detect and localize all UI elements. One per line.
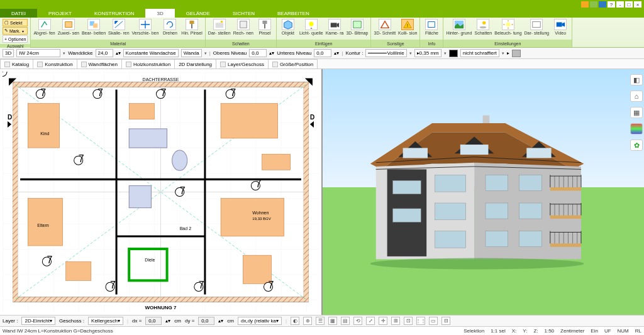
fill-swatch[interactable] (512, 50, 521, 57)
grid-icon[interactable]: ▦ (630, 107, 643, 118)
beleuchtung-button[interactable]: Beleuch- tung (494, 19, 521, 35)
layers-icon[interactable]: ◧ (630, 74, 643, 85)
oberes-input[interactable]: 0,0 (249, 49, 267, 57)
schatten-pinsel-button[interactable]: Pinsel (256, 19, 274, 35)
bearbeiten-button[interactable]: Bear- beiten (82, 19, 106, 35)
tab-groesse[interactable]: Größe/Position (268, 59, 318, 69)
zuweisen-button[interactable]: Zuwei- sen (58, 19, 79, 35)
tool-icon[interactable]: ▦ (328, 317, 337, 325)
svg-point-6 (220, 21, 223, 23)
flaeche-button[interactable]: Fläche (423, 19, 440, 35)
linetype-dropdown[interactable]: Volllinie (365, 49, 406, 57)
hintergrund-button[interactable]: Hinter- grund (446, 19, 472, 35)
tab-datei[interactable]: DATEI (0, 9, 37, 18)
tool-icon[interactable]: ⋮⋮ (416, 317, 425, 325)
palette-icon[interactable] (630, 123, 643, 135)
layer-dropdown[interactable]: 2D-Einricht ▾ (21, 317, 55, 325)
wandart-dropdown[interactable]: Wanda (181, 49, 202, 57)
optionen-button[interactable]: + Optionen (3, 35, 28, 43)
tool-icon[interactable]: ☰ (316, 317, 325, 325)
tree-icon[interactable]: ✿ (630, 140, 643, 151)
darstellen-button[interactable]: Dar- stellen (208, 19, 231, 35)
tool-icon[interactable]: ◐ (291, 317, 299, 325)
mark-button[interactable]: ✎Mark.▾ (3, 27, 28, 35)
skalieren-button[interactable]: Skalie- ren (108, 19, 129, 35)
schatten-einst-button[interactable]: Schatten (474, 19, 492, 35)
abgreifen-button[interactable]: Abgrei- fen (33, 19, 55, 35)
color-swatch[interactable] (449, 50, 458, 57)
hatch-dropdown[interactable]: nicht schraffiert (460, 49, 499, 57)
thickness-dropdown[interactable]: ▸ 0,35 mm (414, 49, 441, 57)
svg-rect-72 (486, 175, 508, 191)
tab-bearbeiten[interactable]: BEARBEITEN (266, 9, 321, 18)
wall-dropdown[interactable]: IW 24cm (16, 49, 60, 57)
furniture-icon[interactable]: ⌂ (630, 91, 643, 102)
coord-mode-dropdown[interactable]: dx,dy (relativ ka ▾ (238, 317, 282, 325)
video-button[interactable]: Video (552, 19, 569, 35)
tab-konstruktion2[interactable]: Konstruktion (33, 59, 77, 69)
svg-text:Kind: Kind (40, 131, 49, 136)
titlebar-btn[interactable] (590, 1, 597, 8)
svg-rect-69 (435, 231, 465, 248)
verschieben-button[interactable]: Verschie- ben (132, 19, 159, 35)
objekt-button[interactable]: Objekt (279, 19, 297, 35)
svg-rect-44 (66, 261, 91, 280)
minimize-button[interactable]: - (616, 1, 624, 8)
tool-icon[interactable]: ✛ (379, 317, 387, 325)
tool-icon[interactable]: ▤ (341, 317, 350, 325)
svg-rect-49 (129, 185, 151, 207)
svg-rect-12 (353, 21, 361, 28)
dy-input[interactable]: 0,0 (198, 317, 214, 325)
pinsel-button[interactable]: Hin. Pinsel (181, 19, 202, 35)
tab-holz[interactable]: Holzkonstruktion (121, 59, 175, 69)
tool-icon[interactable]: ▭ (429, 317, 438, 325)
titlebar-btn[interactable] (581, 1, 589, 8)
kollision-button[interactable]: !Kolli- sion (398, 19, 417, 35)
wanddicke-input[interactable]: 24,0 (96, 49, 113, 57)
3d-pane[interactable]: ◧ ⌂ ▦ ✿ (323, 69, 644, 315)
drehen-button[interactable]: Drehen (161, 19, 179, 35)
tab-3d[interactable]: 3D (145, 9, 174, 18)
svg-rect-80 (550, 244, 580, 247)
svg-text:D: D (310, 114, 314, 121)
maximize-button[interactable]: □ (625, 1, 633, 8)
lichtquelle-button[interactable]: Licht- quelle (299, 19, 323, 35)
status-z: Z: (533, 328, 538, 334)
selekt-button[interactable]: ▢Selekt (3, 19, 28, 26)
tab-projekt[interactable]: PROJEKT (37, 9, 83, 18)
status-ein: Ein (591, 328, 598, 334)
status-ratio: 1:50 (545, 328, 555, 334)
tab-2d[interactable]: 2D Darstellung (174, 59, 216, 69)
tab-layer[interactable]: Layer/Geschoss (216, 59, 269, 69)
svg-rect-40 (28, 199, 62, 246)
close-button[interactable]: × (634, 1, 641, 8)
darstellung-button[interactable]: Dar- stellung (525, 19, 550, 35)
titlebar-btn[interactable] (599, 1, 606, 8)
dx-input[interactable]: 0,0 (145, 317, 162, 325)
svg-rect-2 (93, 23, 97, 28)
tab-wandflaechen[interactable]: Wandflächen (77, 59, 122, 69)
unteres-input[interactable]: 0,0 (314, 49, 331, 57)
floorplan-pane[interactable]: 7 DACHTERRASSE WOHNUNG 7 Ki (0, 69, 323, 315)
svg-rect-4 (191, 24, 192, 28)
3d-schnitt-button[interactable]: 3D- Schnitt (374, 19, 396, 35)
3d-bitmap-button[interactable]: 3D- Bitmap (346, 19, 368, 35)
tab-gelaende[interactable]: GELÄNDE (175, 9, 221, 18)
geschoss-dropdown[interactable]: Kellergesch ▾ (88, 317, 123, 325)
tool-icon[interactable]: ⊕ (303, 317, 312, 325)
wandachse-dropdown[interactable]: Konstante Wandachse (123, 49, 179, 57)
tool-icon[interactable]: ⟲ (353, 317, 362, 325)
svg-rect-68 (435, 203, 465, 220)
tool-icon[interactable]: ⤢ (366, 317, 375, 325)
tab-konstruktion[interactable]: KONSTRUKTION (83, 9, 146, 18)
kamera-button[interactable]: Kame- ra (326, 19, 344, 35)
tab-katalog[interactable]: Katalog (0, 59, 33, 69)
tool-icon[interactable]: ⊡ (404, 317, 413, 325)
mode-dropdown[interactable]: 3D (3, 49, 14, 57)
rechnen-button[interactable]: Rech- nen (233, 19, 253, 35)
tool-icon[interactable]: ⊞ (391, 317, 400, 325)
help-button[interactable]: ? (608, 1, 615, 8)
tool-icon[interactable]: ⊟ (441, 317, 450, 325)
svg-rect-23 (533, 22, 540, 28)
tab-sichten[interactable]: SICHTEN (221, 9, 266, 18)
